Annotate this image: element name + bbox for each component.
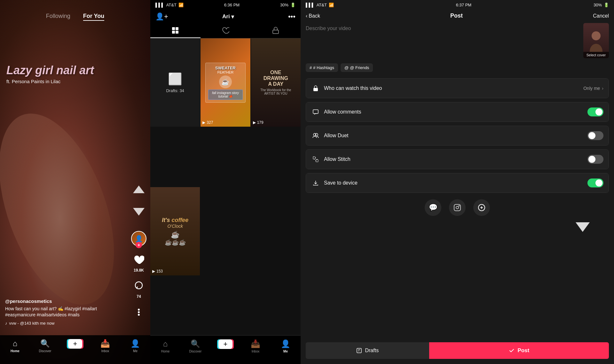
- svg-rect-20: [357, 348, 361, 353]
- describe-input[interactable]: [306, 23, 579, 45]
- who-can-watch-section: Who can watch this video Only me ›: [306, 78, 609, 98]
- share-add-icon[interactable]: [473, 199, 490, 216]
- arrow-indicator: [306, 222, 609, 232]
- status-right: 30% 🔋: [280, 3, 295, 7]
- profile-tab-liked[interactable]: [201, 23, 251, 38]
- more-icon: [132, 305, 146, 319]
- cancel-button[interactable]: Cancel: [593, 13, 609, 19]
- allow-duet-toggle[interactable]: [587, 131, 603, 140]
- coffee-view-count: ▶ 153: [152, 269, 163, 273]
- profile-tab-private[interactable]: [250, 23, 301, 38]
- profile-panel: ▌▌▌ AT&T 📶 6:36 PM 30% 🔋 👤+ Ari ▾ •••: [150, 0, 301, 364]
- me-label: Me: [133, 349, 138, 353]
- post-top-nav: ‹ Back Post Cancel: [301, 10, 614, 23]
- avatar-follow-btn[interactable]: 👤 +: [131, 231, 146, 246]
- me-icon: 👤: [130, 339, 140, 348]
- back-button[interactable]: ‹ Back: [306, 13, 320, 19]
- feed-username[interactable]: @personacosmetics: [5, 298, 128, 304]
- like-button[interactable]: 19.8K: [132, 253, 146, 273]
- who-can-watch-row[interactable]: Who can watch this video Only me ›: [306, 79, 609, 98]
- me-icon: 👤: [281, 339, 290, 348]
- battery-icon: 🔋: [604, 3, 609, 7]
- discover-label: Discover: [39, 349, 51, 353]
- profile-create-btn-wrapper: +: [210, 339, 240, 349]
- allow-comments-row[interactable]: Allow comments: [306, 102, 609, 122]
- create-plus-icon: +: [68, 339, 82, 349]
- profile-tab-grid[interactable]: [150, 23, 201, 38]
- status-left: ▌▌▌ AT&T 📶: [155, 3, 184, 7]
- save-to-device-section: Save to device: [306, 173, 609, 193]
- profile-nav-me[interactable]: 👤 Me: [271, 339, 301, 353]
- view-count-label: 153: [156, 269, 163, 273]
- profile-create-button[interactable]: +: [218, 339, 232, 349]
- discover-label: Discover: [189, 350, 202, 353]
- drawing-grid-item[interactable]: ONE DRAWING A DAY The Workbook for theAR…: [251, 38, 301, 127]
- sweater-grid-item[interactable]: SWEATER FEATHER ☕ fall instagram story t…: [201, 38, 250, 127]
- dropdown-chevron-icon[interactable]: ▾: [231, 13, 234, 20]
- follow-plus-icon: +: [136, 242, 142, 248]
- feed-nav-inbox[interactable]: 📥 Inbox: [90, 339, 120, 353]
- hashtags-label: # Hashtags: [313, 65, 334, 70]
- profile-nav-discover[interactable]: 🔍 Discover: [180, 339, 210, 353]
- signal-icon: ▌▌▌: [306, 3, 315, 7]
- for-you-tab[interactable]: For You: [83, 13, 104, 21]
- friends-button[interactable]: @ @ Friends: [341, 63, 373, 72]
- battery-label: 30%: [594, 3, 602, 7]
- create-button[interactable]: +: [68, 339, 82, 349]
- post-bottom-actions: Drafts Post: [301, 337, 614, 364]
- toggle-knob: [588, 132, 595, 139]
- tags-row: # # Hashtags @ @ Friends: [306, 63, 609, 72]
- coffee-grid-item[interactable]: It's coffee O'Clock ☕ ☕☕☕ ▶ 153: [150, 187, 200, 275]
- allow-stitch-row[interactable]: Allow Stitch: [306, 150, 609, 169]
- inbox-label: Inbox: [252, 350, 259, 353]
- post-button[interactable]: Post: [429, 342, 609, 359]
- profile-nav-home[interactable]: ⌂ Home: [150, 339, 180, 353]
- feed-nav-home[interactable]: ⌂ Home: [0, 339, 30, 353]
- svg-rect-7: [176, 31, 178, 34]
- save-to-device-toggle[interactable]: [587, 178, 603, 187]
- drafts-label: Drafts: [365, 348, 379, 353]
- feed-text-content: @personacosmetics How fast can you nail …: [5, 298, 128, 326]
- svg-rect-5: [176, 27, 178, 30]
- svg-rect-14: [313, 157, 315, 159]
- more-button[interactable]: [132, 305, 146, 319]
- hashtags-button[interactable]: # # Hashtags: [306, 63, 338, 72]
- comment-button[interactable]: 74: [132, 279, 146, 299]
- view-count-label: 179: [257, 120, 264, 125]
- battery-label: 30%: [280, 3, 288, 7]
- post-screen-title: Post: [450, 12, 463, 19]
- share-message-icon[interactable]: 💬: [425, 199, 441, 216]
- play-icon: ▶: [202, 120, 205, 125]
- sweater-view-count: ▶ 327: [202, 120, 213, 125]
- feed-panel: Following For You Lazy girl nail art ft.…: [0, 0, 150, 364]
- profile-nav-inbox[interactable]: 📥 Inbox: [240, 339, 271, 353]
- music-note-icon: ♪: [5, 321, 7, 326]
- carrier-label: AT&T: [166, 3, 177, 7]
- allow-comments-toggle[interactable]: [587, 107, 603, 116]
- profile-more-icon[interactable]: •••: [288, 12, 295, 21]
- add-friend-icon[interactable]: 👤+: [155, 12, 168, 21]
- svg-point-9: [592, 31, 601, 40]
- svg-rect-16: [454, 204, 460, 211]
- up-arrow-shape: [133, 186, 145, 193]
- svg-point-3: [138, 314, 140, 316]
- feed-nav-discover[interactable]: 🔍 Discover: [30, 339, 60, 353]
- allow-stitch-toggle[interactable]: [587, 155, 603, 164]
- following-tab[interactable]: Following: [46, 13, 70, 21]
- feed-nav-me[interactable]: 👤 Me: [120, 339, 150, 353]
- allow-duet-label: Allow Duet: [324, 133, 587, 138]
- post-panel: ▌▌▌ AT&T 📶 6:37 PM 30% 🔋 ‹ Back Post Can…: [301, 0, 614, 364]
- svg-point-2: [138, 311, 140, 313]
- share-instagram-icon[interactable]: [449, 199, 466, 216]
- who-can-watch-label: Who can watch this video: [324, 85, 583, 91]
- scroll-down-arrow[interactable]: [133, 208, 145, 216]
- feed-bottom-nav: ⌂ Home 🔍 Discover + 📥 Inbox 👤 Me: [0, 335, 150, 364]
- draft-grid-item[interactable]: ⬜ Drafts: 34: [150, 38, 200, 127]
- drafts-button[interactable]: Drafts: [306, 342, 429, 359]
- cover-thumbnail[interactable]: Select cover: [583, 23, 609, 58]
- duet-icon: [311, 131, 320, 140]
- svg-point-13: [315, 133, 318, 136]
- scroll-up-arrow[interactable]: [133, 186, 145, 193]
- allow-duet-row[interactable]: Allow Duet: [306, 126, 609, 145]
- save-to-device-row[interactable]: Save to device: [306, 173, 609, 193]
